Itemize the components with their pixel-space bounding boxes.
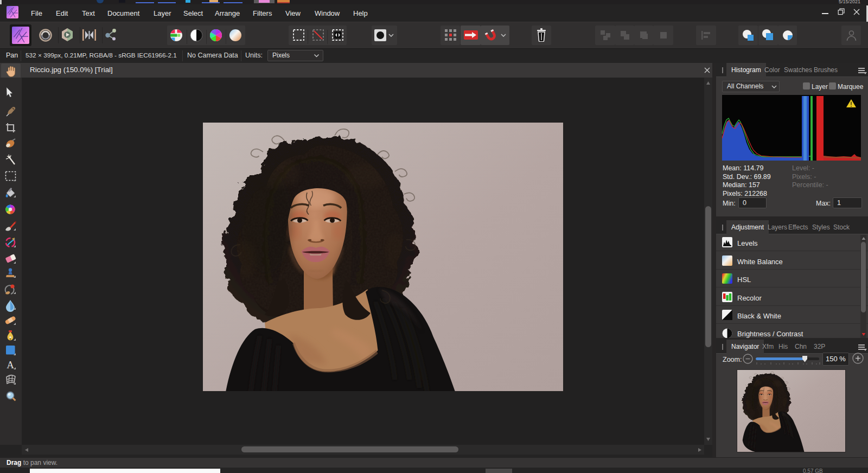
svg-text:A: A [7,359,14,370]
